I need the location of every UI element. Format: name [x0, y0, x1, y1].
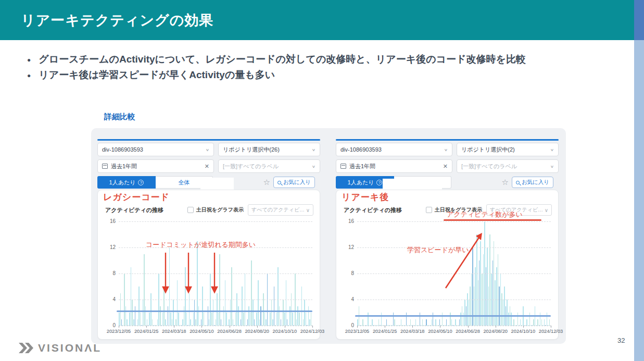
bullet-dot-icon: ● — [27, 55, 31, 67]
chart-subtitle: アクティビティの推移 — [105, 206, 163, 214]
logo-text: VISIONΛL — [38, 342, 102, 354]
page-title: リアーキテクティングの効果 — [0, 0, 634, 30]
bullet-text: リアーキ後は学習スピードが早くActivityの量も多い — [39, 67, 275, 83]
metric-toggle: 1人あたり ? 全体 ☆ お気に入り — [97, 176, 320, 189]
chevron-down-icon: ∨ — [312, 147, 315, 152]
weekend-checkbox[interactable] — [426, 207, 432, 213]
average-line — [355, 315, 551, 317]
bullet-dot-icon: ● — [27, 71, 31, 83]
bullet-text: グロースチームのActivityについて、レガシーコードの対しての改修時と、リア… — [39, 52, 526, 67]
annotation-underline — [444, 219, 541, 221]
bullet-list: ● グロースチームのActivityについて、レガシーコードの対しての改修時と、… — [27, 52, 589, 83]
average-line — [117, 310, 312, 312]
period-select[interactable]: 過去1年間 ✕ — [97, 159, 214, 173]
chevron-down-icon: ∨ — [545, 207, 548, 213]
slide-title-bar: リアーキテクティングの効果 — [0, 0, 634, 40]
search-icon — [516, 181, 520, 184]
dashboard-panel-rearchitected: div-1086903593 ∨ リポジトリ選択中(2) ∨ 過去1年間 ✕ [… — [332, 128, 564, 344]
chart-heading: レガシーコード — [103, 191, 170, 203]
chevron-down-icon: ∨ — [550, 164, 554, 168]
activity-chart: 2023/12/052024/01/252024/03/182024/05/10… — [357, 221, 551, 326]
activity-chart: 2023/12/052024/01/252024/03/182024/05/10… — [119, 221, 312, 326]
label-filter-select[interactable]: [一致]すべてのラベル ∨ — [457, 159, 559, 173]
panel-accent-line — [97, 139, 320, 141]
repo-select[interactable]: リポジトリ選択中(26) ∨ — [218, 143, 320, 156]
chart-card-rearchitected: リアーキ後 アクティビティの推移 土日祝をグラフ表示 すべてのアクティビ… ∨ — [336, 190, 559, 340]
chevron-down-icon: ∨ — [206, 147, 209, 152]
favorite-button[interactable]: お気に入り — [273, 177, 315, 188]
metric-toggle: 1人あたり ? 全体 ☆ お気に入り — [336, 176, 559, 189]
star-icon[interactable]: ☆ — [263, 178, 270, 187]
chart-subtitle: アクティビティの推移 — [344, 206, 402, 214]
search-icon — [277, 181, 281, 184]
chevron-down-icon: ∨ — [306, 207, 310, 213]
repo-select[interactable]: リポジトリ選択中(2) ∨ — [457, 143, 559, 156]
help-icon[interactable]: ? — [376, 180, 382, 185]
visional-logo: VISIONΛL — [19, 342, 102, 354]
accent-strip-light — [634, 40, 644, 361]
chevron-down-icon: ∨ — [550, 147, 554, 152]
calendar-icon — [340, 164, 346, 169]
weekend-checkbox-label: 土日祝をグラフ表示 — [435, 206, 482, 214]
activity-type-select[interactable]: すべてのアクティビ… ∨ — [248, 204, 313, 216]
chevron-down-icon: ∨ — [312, 164, 315, 168]
slide: リアーキテクティングの効果 ● グロースチームのActivityについて、レガシ… — [0, 0, 644, 361]
accent-strip-dark — [634, 0, 644, 40]
chart-heading: リアーキ後 — [342, 191, 389, 203]
clear-icon[interactable]: ✕ — [443, 163, 448, 170]
team-select[interactable]: div-1086903593 ∨ — [97, 143, 214, 156]
star-icon[interactable]: ☆ — [502, 178, 509, 187]
help-icon[interactable]: ? — [138, 180, 144, 185]
label-filter-select[interactable]: [一致]すべてのラベル ∨ — [218, 159, 320, 173]
calendar-icon — [102, 164, 108, 169]
toggle-per-person[interactable]: 1人あたり ? — [97, 176, 156, 189]
chart-card-legacy: レガシーコード アクティビティの推移 土日祝をグラフ表示 すべてのアクティビ… … — [97, 190, 320, 340]
panel-accent-line — [336, 139, 559, 141]
dashboard-screenshot: div-1086903593 ∨ リポジトリ選択中(26) ∨ 過去1年間 ✕ … — [91, 128, 566, 344]
chevron-down-icon: ∨ — [444, 147, 448, 152]
period-select[interactable]: 過去1年間 ✕ — [336, 159, 452, 173]
bullet-item: ● リアーキ後は学習スピードが早くActivityの量も多い — [27, 67, 589, 83]
team-select[interactable]: div-1086903593 ∨ — [336, 143, 452, 156]
favorite-button[interactable]: お気に入り — [512, 177, 553, 188]
activity-type-select[interactable]: すべてのアクティビ… ∨ — [486, 204, 552, 216]
section-label: 詳細比較 — [104, 112, 135, 122]
dashboard-panel-legacy: div-1086903593 ∨ リポジトリ選択中(26) ∨ 過去1年間 ✕ … — [93, 128, 325, 344]
clear-icon[interactable]: ✕ — [205, 163, 209, 170]
weekend-checkbox-label: 土日祝をグラフ表示 — [196, 206, 244, 214]
page-number: 32 — [617, 337, 625, 344]
bullet-item: ● グロースチームのActivityについて、レガシーコードの対しての改修時と、… — [27, 52, 589, 67]
weekend-checkbox[interactable] — [187, 207, 194, 213]
double-chevron-icon — [19, 343, 34, 353]
